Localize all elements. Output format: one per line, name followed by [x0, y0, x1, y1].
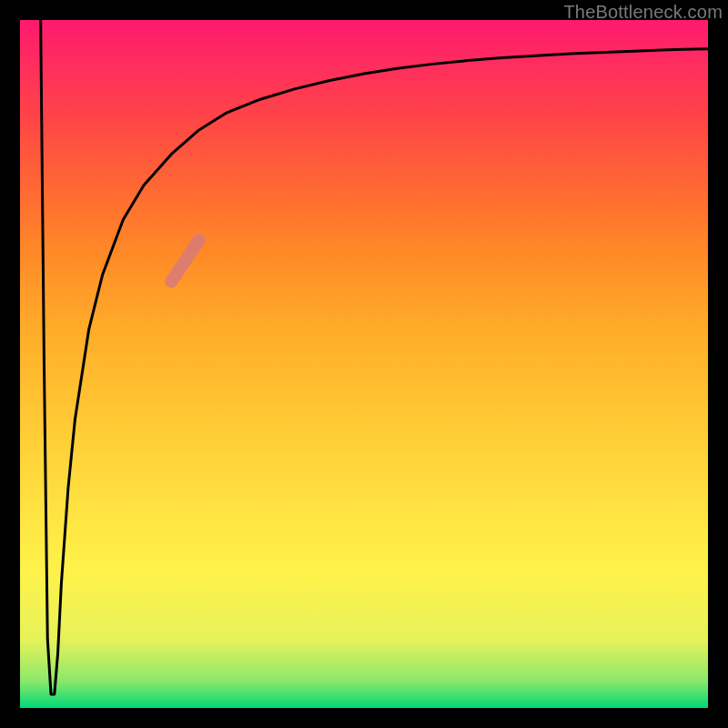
bottleneck-curve [41, 20, 708, 694]
attribution-text: TheBottleneck.com [563, 2, 723, 23]
plot-area [20, 20, 708, 708]
chart-frame: TheBottleneck.com [0, 0, 728, 728]
highlight-segment [171, 240, 198, 281]
chart-svg [20, 20, 708, 708]
